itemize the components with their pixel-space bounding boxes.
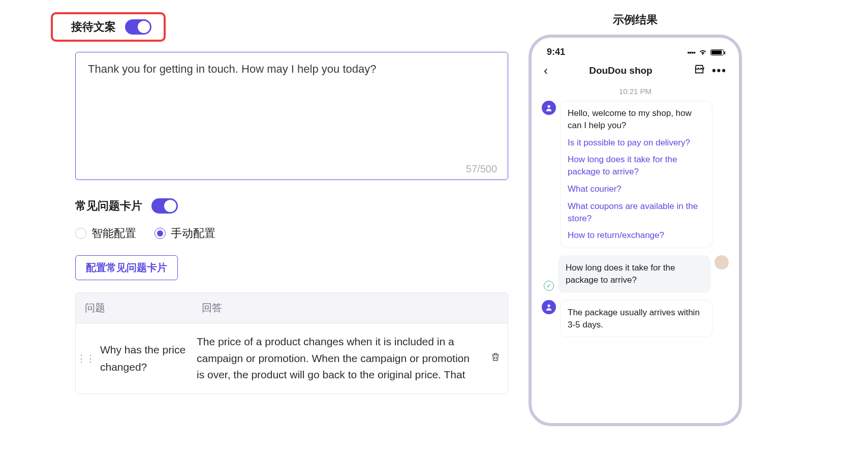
more-icon[interactable]: ••• xyxy=(712,64,727,77)
welcome-text: Hello, welcome to my shop, how can I hel… xyxy=(568,107,705,132)
shop-name: DouDou shop xyxy=(589,65,653,76)
radio-manual-config[interactable]: 手动配置 xyxy=(154,226,215,241)
config-faq-card-button[interactable]: 配置常见问题卡片 xyxy=(75,255,178,280)
col-question-header: 问题 xyxy=(76,293,193,323)
svg-point-0 xyxy=(547,105,550,108)
greeting-label: 接待文案 xyxy=(71,19,116,35)
wifi-icon xyxy=(698,49,707,56)
faq-link[interactable]: How to return/exchange? xyxy=(568,229,705,242)
faq-card-label: 常见问题卡片 xyxy=(75,198,142,214)
status-icons: ▪▪▪▪ xyxy=(687,48,724,56)
status-time: 9:41 xyxy=(547,47,565,57)
signal-icon: ▪▪▪▪ xyxy=(687,48,695,56)
battery-icon xyxy=(710,49,724,55)
faq-link[interactable]: What coupons are available in the store? xyxy=(568,200,705,225)
greeting-section-header: 接待文案 xyxy=(51,12,166,42)
col-answer-header: 回答 xyxy=(193,293,508,323)
trash-icon xyxy=(490,352,501,362)
greeting-toggle[interactable] xyxy=(125,19,151,35)
user-message-bubble: How long does it take for the package to… xyxy=(558,255,710,293)
faq-link[interactable]: Is it possible to pay on delivery? xyxy=(568,137,705,149)
table-row: ⋮⋮ Why has the price changed? The price … xyxy=(76,323,508,394)
preview-title: 示例结果 xyxy=(529,12,742,27)
faq-link[interactable]: What courier? xyxy=(568,183,705,195)
faq-card-toggle[interactable] xyxy=(151,198,178,214)
faq-link[interactable]: How long does it take for the package to… xyxy=(568,154,705,178)
check-icon: ✓ xyxy=(544,281,554,291)
faq-table: 问题 回答 ⋮⋮ Why has the price changed? The … xyxy=(75,292,508,394)
radio-smart-label: 智能配置 xyxy=(91,226,136,241)
bot-welcome-bubble: Hello, welcome to my shop, how can I hel… xyxy=(560,101,712,248)
drag-handle-icon[interactable]: ⋮⋮ xyxy=(76,353,96,364)
radio-smart-config[interactable]: 智能配置 xyxy=(75,226,136,241)
delete-row-button[interactable] xyxy=(483,352,508,365)
svg-point-1 xyxy=(547,304,550,307)
phone-preview: 9:41 ▪▪▪▪ ‹ DouDou shop ••• 10:21 xyxy=(529,35,742,426)
back-icon[interactable]: ‹ xyxy=(544,64,548,78)
store-icon[interactable] xyxy=(694,64,705,78)
bot-avatar-icon xyxy=(542,300,556,314)
radio-manual-label: 手动配置 xyxy=(171,226,215,241)
char-count: 57/500 xyxy=(466,163,497,175)
user-avatar-icon xyxy=(715,255,729,270)
chat-timestamp: 10:21 PM xyxy=(542,87,729,96)
greeting-textarea[interactable] xyxy=(75,52,508,180)
bot-avatar-icon xyxy=(542,101,556,115)
question-cell: Why has the price changed? xyxy=(96,331,193,385)
bot-reply-bubble: The package usually arrives within 3-5 d… xyxy=(560,300,712,338)
answer-cell: The price of a product changes when it i… xyxy=(193,323,483,394)
